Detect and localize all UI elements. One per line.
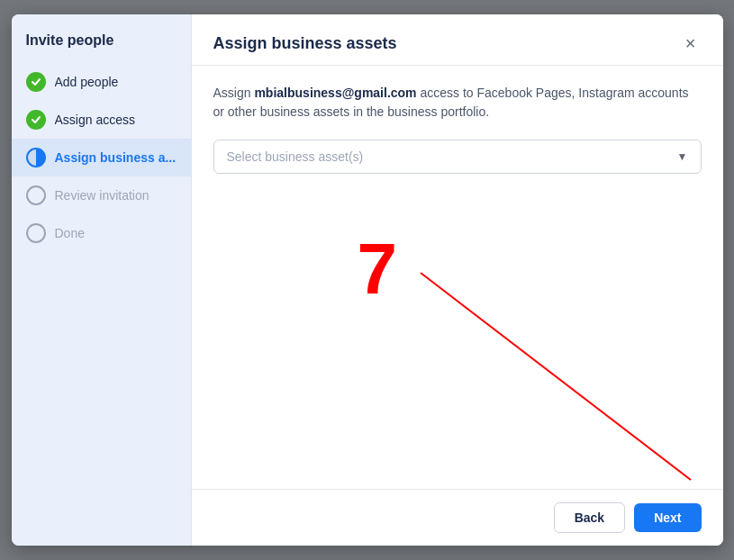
description-prefix: Assign [213, 86, 255, 100]
description-suffix2: business portfolio. [384, 104, 489, 119]
select-placeholder: Select business asset(s) [227, 149, 364, 164]
sidebar-item-assign-access-label: Assign access [55, 113, 135, 127]
annotation-number: 7 [358, 228, 398, 311]
assign-business-icon [26, 148, 46, 167]
modal-title: Assign business assets [213, 34, 397, 53]
sidebar: Invite people Add people Assign access [12, 14, 192, 546]
sidebar-item-assign-access[interactable]: Assign access [12, 101, 191, 139]
sidebar-item-assign-business-label: Assign business a... [55, 150, 177, 165]
sidebar-item-assign-business[interactable]: Assign business a... [12, 139, 191, 176]
sidebar-title: Invite people [12, 32, 191, 63]
modal-dialog: Invite people Add people Assign access [12, 14, 723, 546]
modal-header: Assign business assets × [192, 14, 723, 66]
annotation-line [412, 255, 700, 489]
description-email: mbialbusiness@gmail.com [254, 86, 416, 100]
sidebar-item-add-people-label: Add people [55, 75, 119, 89]
chevron-down-icon: ▼ [677, 150, 688, 163]
close-button[interactable]: × [680, 32, 702, 54]
review-invitation-icon [26, 185, 46, 205]
sidebar-item-review-label: Review invitation [55, 188, 150, 203]
add-people-icon [26, 72, 46, 92]
done-icon [26, 223, 46, 243]
main-content: Assign business assets × Assign mbialbus… [192, 14, 723, 546]
business-asset-select[interactable]: Select business asset(s) ▼ [213, 140, 702, 174]
description-text: Assign mbialbusiness@gmail.com access to… [213, 84, 702, 122]
next-button[interactable]: Next [634, 503, 701, 532]
back-button[interactable]: Back [554, 502, 625, 533]
modal-footer: Back Next [192, 489, 723, 546]
sidebar-item-done-label: Done [55, 226, 85, 240]
sidebar-item-review-invitation: Review invitation [12, 176, 191, 214]
sidebar-item-done: Done [12, 214, 191, 252]
svg-line-0 [421, 273, 691, 480]
modal-body: Assign mbialbusiness@gmail.com access to… [192, 66, 723, 489]
modal-overlay: Invite people Add people Assign access [0, 0, 734, 560]
sidebar-item-add-people[interactable]: Add people [12, 63, 191, 101]
assign-access-icon [26, 110, 46, 130]
